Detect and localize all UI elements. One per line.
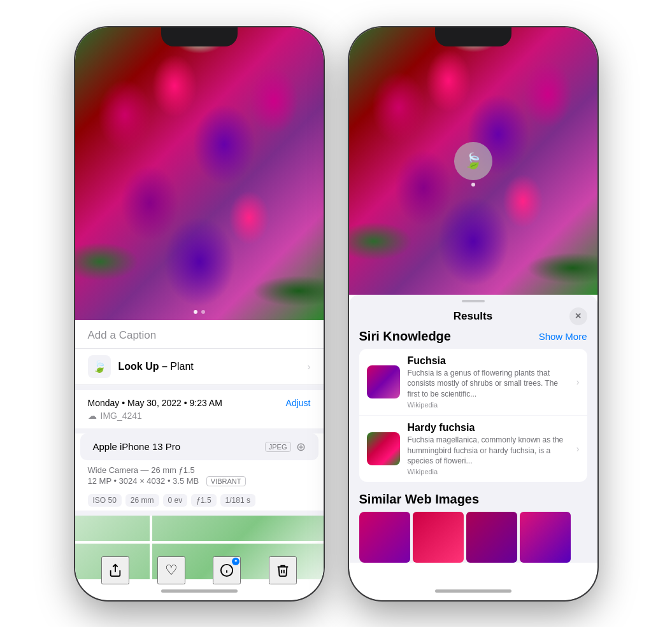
date-text: Monday • May 30, 2022 • 9:23 AM [88, 398, 222, 408]
filename-row: ☁ IMG_4241 [88, 411, 311, 421]
leaf-search-icon: 🍃 [464, 152, 483, 170]
filename-text: IMG_4241 [101, 411, 142, 421]
map-road-horizontal [75, 541, 324, 544]
dot-2 [201, 310, 205, 314]
resolution-spec: 12 MP • 3024 × 4032 • 3.5 MB VIBRANT [88, 476, 311, 486]
show-more-button[interactable]: Show More [539, 331, 587, 342]
hardy-thumb-bg [367, 432, 400, 465]
info-panel: Add a Caption 🍃 Look Up – Plant › Monday… [75, 320, 324, 579]
left-phone-screen: Add a Caption 🍃 Look Up – Plant › Monday… [75, 27, 324, 600]
vibrant-badge: VIBRANT [206, 476, 246, 486]
fuchsia-source: Wikipedia [408, 401, 569, 409]
similar-image-4[interactable] [520, 512, 571, 563]
device-row: Apple iPhone 13 Pro JPEG ⊕ [80, 433, 318, 460]
exif-ev: 0 ev [163, 494, 188, 507]
left-phone: Add a Caption 🍃 Look Up – Plant › Monday… [75, 27, 324, 600]
device-section: Apple iPhone 13 Pro JPEG ⊕ Wide Camera —… [75, 433, 324, 511]
chevron-right-icon: › [308, 362, 311, 372]
similar-image-2[interactable] [413, 512, 464, 563]
exif-row: ISO 50 26 mm 0 ev ƒ1.5 1/181 s [75, 490, 324, 511]
hardy-fuchsia-desc: Fuchsia magellanica, commonly known as t… [408, 435, 569, 467]
home-bar [161, 589, 238, 593]
fuchsia-info: Fuchsia Fuchsia is a genus of flowering … [408, 355, 569, 409]
hardy-fuchsia-thumbnail [367, 432, 400, 465]
chevron-icon-hardy: › [576, 444, 580, 454]
knowledge-card: Fuchsia Fuchsia is a genus of flowering … [359, 349, 587, 483]
hardy-fuchsia-name: Hardy fuchsia [408, 422, 569, 433]
exif-aperture: ƒ1.5 [191, 494, 216, 507]
lookup-row[interactable]: 🍃 Look Up – Plant › [75, 349, 324, 385]
caption-area[interactable]: Add a Caption [75, 320, 324, 349]
right-phone-screen: 🍃 Results ✕ Siri Knowledge Show More [349, 27, 597, 600]
similar-title: Similar Web Images [359, 492, 587, 507]
delete-button[interactable] [269, 556, 297, 584]
visual-lookup-icon-wrap: 🍃 [88, 355, 111, 378]
fuchsia-item[interactable]: Fuchsia Fuchsia is a genus of flowering … [359, 349, 587, 416]
share-button[interactable] [101, 556, 129, 584]
similar-section: Similar Web Images [359, 492, 587, 563]
hardy-fuchsia-info: Hardy fuchsia Fuchsia magellanica, commo… [408, 422, 569, 476]
photo-view-right[interactable]: 🍃 [349, 27, 597, 295]
results-panel: Results ✕ Siri Knowledge Show More [349, 295, 597, 563]
photo-view[interactable] [75, 27, 324, 320]
hardy-fuchsia-source: Wikipedia [408, 468, 569, 476]
results-header: Results ✕ [349, 307, 597, 329]
lookup-label: Look Up – Plant [118, 361, 194, 372]
lens-spec: Wide Camera — 26 mm ƒ1.5 [88, 465, 311, 475]
drag-handle[interactable] [462, 300, 485, 302]
fuchsia-desc: Fuchsia is a genus of flowering plants t… [408, 368, 569, 400]
format-badge: JPEG [265, 442, 291, 452]
device-name: Apple iPhone 13 Pro [93, 441, 181, 452]
siri-knowledge-title: Siri Knowledge [359, 329, 451, 344]
flower-overlay [75, 27, 324, 320]
location-icon: ⊕ [296, 440, 306, 454]
results-content: Siri Knowledge Show More Fuchsia Fuchsia… [349, 329, 597, 563]
results-title: Results [454, 310, 492, 323]
adjust-button[interactable]: Adjust [286, 398, 311, 408]
fuchsia-thumb-bg [367, 365, 400, 398]
cloud-icon: ☁ [88, 411, 97, 421]
right-phone: 🍃 Results ✕ Siri Knowledge Show More [349, 27, 597, 600]
similar-image-1[interactable] [359, 512, 410, 563]
date-row: Monday • May 30, 2022 • 9:23 AM Adjust [88, 398, 311, 408]
similar-images-grid [359, 512, 587, 563]
siri-knowledge-header: Siri Knowledge Show More [359, 329, 587, 344]
visual-search-dot [471, 183, 475, 187]
metadata-section: Monday • May 30, 2022 • 9:23 AM Adjust ☁… [75, 390, 324, 428]
camera-specs: Wide Camera — 26 mm ƒ1.5 12 MP • 3024 × … [75, 460, 324, 490]
exif-iso: ISO 50 [88, 494, 122, 507]
fuchsia-name: Fuchsia [408, 355, 569, 367]
bottom-toolbar: ♡ ✦ [75, 556, 324, 584]
exif-focal: 26 mm [125, 494, 159, 507]
photo-pagination [75, 310, 324, 314]
close-button[interactable]: ✕ [569, 307, 587, 325]
visual-search-button[interactable]: 🍃 [454, 142, 492, 180]
caption-placeholder[interactable]: Add a Caption [88, 329, 157, 341]
similar-image-3[interactable] [466, 512, 517, 563]
favorite-button[interactable]: ♡ [157, 556, 185, 584]
hardy-fuchsia-item[interactable]: Hardy fuchsia Fuchsia magellanica, commo… [359, 416, 587, 482]
leaf-icon: 🍃 [92, 360, 106, 374]
device-badges: JPEG ⊕ [265, 440, 306, 454]
info-badge: ✦ [232, 558, 239, 565]
chevron-icon-fuchsia: › [576, 377, 580, 387]
info-button[interactable]: ✦ [213, 556, 241, 584]
exif-shutter: 1/181 s [220, 494, 255, 507]
flower-photo [75, 27, 324, 320]
fuchsia-thumbnail [367, 365, 400, 398]
home-bar-right [435, 589, 511, 593]
dot-1 [194, 310, 197, 314]
